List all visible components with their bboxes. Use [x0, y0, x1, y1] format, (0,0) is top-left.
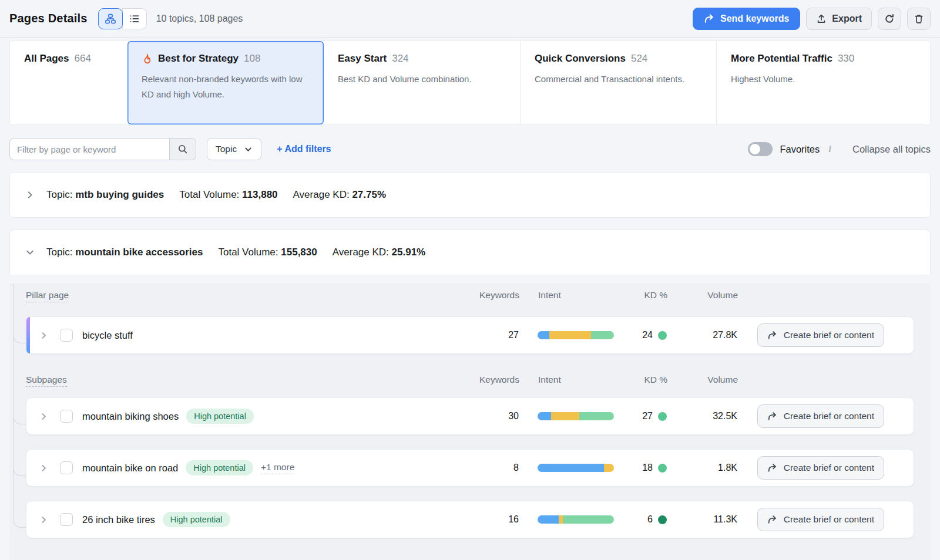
tab-all-pages[interactable]: All Pages 664: [10, 41, 127, 124]
topic-section-mountain-bike-accessories: Topic: mountain bike accessories Total V…: [9, 230, 931, 560]
create-brief-button[interactable]: Create brief or content: [757, 508, 884, 531]
chevron-down-icon: [244, 145, 253, 154]
filter-bar: Topic + Add filters Favorites i Collapse…: [9, 138, 931, 160]
tab-best-for-strategy[interactable]: Best for Strategy 108 Relevant non-brand…: [127, 41, 324, 124]
column-keywords: Keywords: [466, 290, 519, 301]
tree-branch: [13, 409, 26, 424]
add-filters-link[interactable]: + Add filters: [277, 144, 331, 154]
row-checkbox[interactable]: [60, 461, 73, 474]
create-brief-button[interactable]: Create brief or content: [757, 404, 884, 428]
row-checkbox[interactable]: [60, 410, 73, 423]
kd-value: 6: [647, 514, 653, 525]
expand-row-icon[interactable]: [39, 331, 48, 340]
pillar-accent-stripe: [26, 317, 30, 353]
column-volume: Volume: [667, 290, 738, 301]
intent-bar: [538, 464, 614, 472]
expand-row-icon[interactable]: [39, 464, 48, 473]
sitemap-icon: [105, 14, 116, 24]
search-input[interactable]: [9, 138, 169, 160]
kd-dot: [658, 515, 667, 524]
favorites-toggle[interactable]: [748, 142, 773, 156]
topics-pages-summary: 10 topics, 108 pages: [156, 14, 243, 24]
search-icon: [177, 144, 188, 154]
redirect-arrow-icon: [767, 330, 778, 340]
pillar-page-label: Pillar page: [26, 290, 69, 302]
high-potential-badge: High potential: [163, 512, 230, 527]
subpages-label: Subpages: [26, 375, 67, 387]
kd-value: 24: [642, 330, 653, 340]
export-icon: [816, 14, 827, 24]
favorites-label: Favorites: [780, 144, 820, 155]
topic-row-mtb-buying-guides[interactable]: Topic: mtb buying guides Total Volume: 1…: [9, 172, 931, 218]
search-button[interactable]: [169, 138, 196, 160]
tree-branch: [13, 512, 26, 528]
topic-row-mountain-bike-accessories[interactable]: Topic: mountain bike accessories Total V…: [9, 230, 931, 275]
topic-total-volume: 155,830: [281, 247, 317, 258]
strategy-tabs: All Pages 664 Best for Strategy 108 Rele…: [9, 41, 931, 125]
volume-value: 1.8K: [667, 463, 737, 473]
view-toggle: [98, 8, 147, 29]
pages-details-app: Pages Details 10 topics, 108 pages Send …: [0, 0, 940, 560]
topic-average-kd: 27.75%: [352, 189, 386, 200]
column-kd: KD %: [613, 290, 667, 301]
page-name: 26 inch bike tires: [82, 514, 155, 525]
kd-value: 27: [642, 411, 653, 421]
list-view-toggle-button[interactable]: [122, 8, 147, 29]
chevron-down-icon[interactable]: [25, 248, 35, 257]
tree-connector-line: [13, 284, 14, 512]
column-kd: KD %: [613, 375, 667, 385]
tab-easy-start[interactable]: Easy Start 324 Best KD and Volume combin…: [324, 41, 520, 124]
refresh-button[interactable]: [878, 8, 901, 30]
trash-icon: [914, 14, 924, 24]
tab-quick-conversions[interactable]: Quick Conversions 524 Commercial and Tra…: [520, 41, 716, 124]
page-name: bicycle stuff: [82, 330, 133, 341]
topic-total-volume: 113,880: [242, 189, 278, 200]
intent-bar: [538, 515, 614, 524]
send-keywords-button[interactable]: Send keywords: [693, 8, 800, 30]
pillar-table-header: Pillar page Keywords Intent KD % Volume: [26, 284, 914, 307]
create-brief-button[interactable]: Create brief or content: [757, 323, 884, 347]
page-title: Pages Details: [9, 12, 88, 25]
redirect-arrow-icon: [767, 463, 778, 473]
list-icon: [129, 14, 140, 24]
delete-button[interactable]: [907, 8, 931, 30]
intent-bar: [538, 412, 614, 420]
page-name: mountain bike on road: [82, 463, 178, 474]
volume-value: 11.3K: [667, 514, 737, 525]
collapse-all-topics-link[interactable]: Collapse all topics: [852, 144, 931, 155]
pillar-row-bicycle-stuff[interactable]: bicycle stuff 27 24 27.8K Create brief o…: [26, 316, 914, 354]
high-potential-badge: High potential: [186, 409, 254, 424]
row-checkbox[interactable]: [60, 329, 73, 342]
export-button[interactable]: Export: [806, 8, 872, 30]
refresh-icon: [884, 14, 895, 24]
topic-filter-dropdown[interactable]: Topic: [207, 138, 261, 160]
column-volume: Volume: [667, 375, 738, 385]
chevron-right-icon[interactable]: [25, 190, 35, 200]
high-potential-badge: High potential: [186, 460, 253, 475]
subpage-row-26-inch-bike-tires[interactable]: 26 inch bike tires High potential 16 6 1…: [26, 501, 914, 538]
tree-view-toggle-button[interactable]: [98, 8, 123, 29]
row-checkbox[interactable]: [60, 513, 73, 526]
kd-dot: [658, 331, 667, 340]
create-brief-button[interactable]: Create brief or content: [757, 456, 884, 480]
topic-body: Pillar page Keywords Intent KD % Volume …: [9, 284, 931, 560]
keywords-count: 30: [466, 411, 519, 421]
info-icon[interactable]: i: [827, 143, 832, 155]
keywords-count: 8: [466, 463, 519, 473]
expand-row-icon[interactable]: [39, 515, 48, 524]
subpage-row-mountain-bike-on-road[interactable]: mountain bike on road High potential +1 …: [26, 449, 914, 487]
intent-bar: [538, 331, 614, 339]
expand-row-icon[interactable]: [39, 412, 48, 421]
kd-dot: [658, 412, 667, 421]
flame-icon: [142, 53, 153, 65]
filter-search: [9, 138, 196, 160]
tab-more-potential-traffic[interactable]: More Potential Traffic 330 Highest Volum…: [716, 41, 930, 124]
kd-dot: [658, 464, 667, 473]
subpages-table-header: Subpages Keywords Intent KD % Volume: [26, 368, 914, 392]
column-intent: Intent: [519, 375, 613, 385]
keywords-count: 16: [466, 514, 519, 525]
subpage-row-mountain-biking-shoes[interactable]: mountain biking shoes High potential 30 …: [26, 397, 914, 435]
more-badges-link[interactable]: +1 more: [261, 462, 294, 474]
page-name: mountain biking shoes: [82, 411, 179, 422]
column-intent: Intent: [519, 290, 613, 301]
